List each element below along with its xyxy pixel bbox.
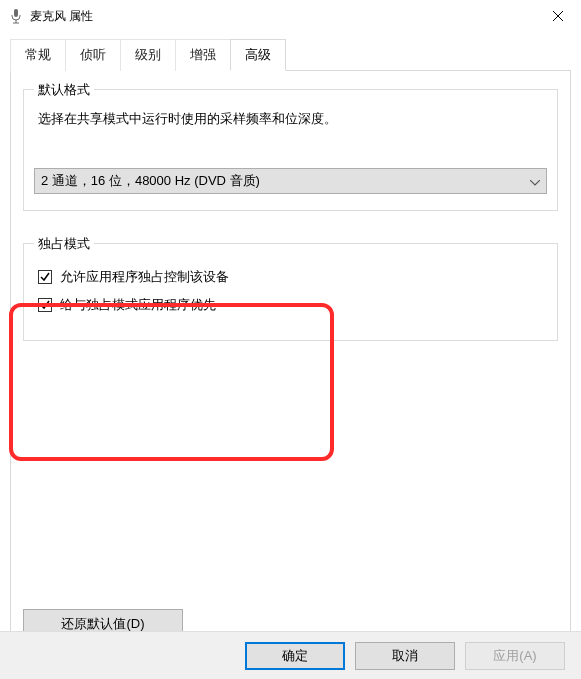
checkbox-allow-exclusive[interactable]: 允许应用程序独占控制该设备 — [38, 268, 543, 286]
tab-strip: 常规 侦听 级别 增强 高级 — [10, 38, 571, 70]
checkbox-icon — [38, 270, 52, 284]
tab-general[interactable]: 常规 — [10, 39, 66, 71]
ok-button[interactable]: 确定 — [245, 642, 345, 670]
checkbox-icon — [38, 298, 52, 312]
tab-label: 常规 — [25, 47, 51, 62]
fieldset-exclusive-mode: 独占模式 允许应用程序独占控制该设备 给与独占模式应用程序优先 — [23, 243, 558, 341]
tab-label: 增强 — [190, 47, 216, 62]
checkbox-label: 允许应用程序独占控制该设备 — [60, 268, 229, 286]
default-format-description: 选择在共享模式中运行时使用的采样频率和位深度。 — [38, 110, 543, 128]
checkbox-exclusive-priority[interactable]: 给与独占模式应用程序优先 — [38, 296, 543, 314]
tab-label: 高级 — [245, 47, 271, 62]
tab-levels[interactable]: 级别 — [120, 39, 176, 71]
fieldset-legend: 默认格式 — [34, 81, 94, 99]
close-icon — [553, 11, 563, 21]
button-label: 确定 — [282, 647, 308, 665]
svg-rect-0 — [14, 9, 18, 17]
apply-button[interactable]: 应用(A) — [465, 642, 565, 670]
dialog-button-bar: 确定 取消 应用(A) — [0, 631, 581, 679]
close-button[interactable] — [535, 0, 581, 32]
title-bar: 麦克风 属性 — [0, 0, 581, 32]
tab-enhancements[interactable]: 增强 — [175, 39, 231, 71]
tab-advanced[interactable]: 高级 — [230, 39, 286, 71]
cancel-button[interactable]: 取消 — [355, 642, 455, 670]
button-label: 应用(A) — [493, 647, 536, 665]
chevron-down-icon — [530, 174, 540, 189]
fieldset-default-format: 默认格式 选择在共享模式中运行时使用的采样频率和位深度。 2 通道，16 位，4… — [23, 89, 558, 211]
tab-label: 级别 — [135, 47, 161, 62]
microphone-icon — [8, 8, 24, 24]
tab-listen[interactable]: 侦听 — [65, 39, 121, 71]
tab-panel-advanced: 默认格式 选择在共享模式中运行时使用的采样频率和位深度。 2 通道，16 位，4… — [10, 70, 571, 658]
window-title: 麦克风 属性 — [30, 8, 93, 25]
sample-rate-select[interactable]: 2 通道，16 位，48000 Hz (DVD 音质) — [34, 168, 547, 194]
checkbox-label: 给与独占模式应用程序优先 — [60, 296, 216, 314]
tab-label: 侦听 — [80, 47, 106, 62]
select-value: 2 通道，16 位，48000 Hz (DVD 音质) — [41, 172, 260, 190]
fieldset-legend: 独占模式 — [34, 235, 94, 253]
button-label: 取消 — [392, 647, 418, 665]
